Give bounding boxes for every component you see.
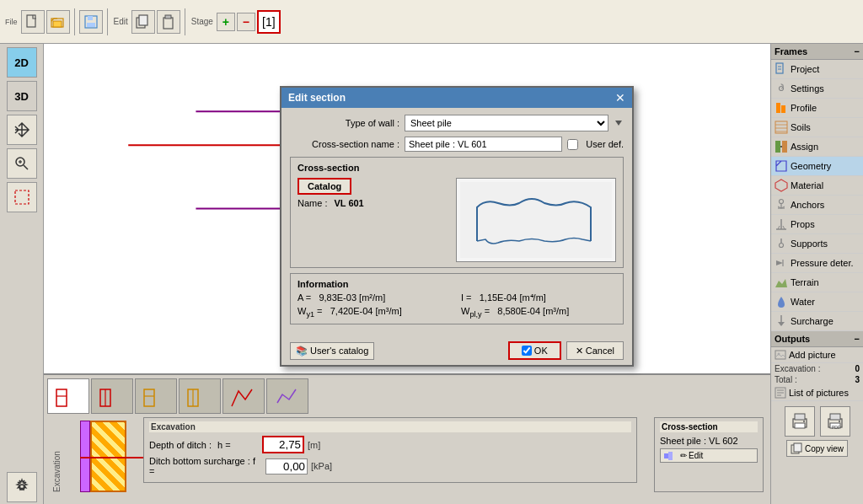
type-row: Type of wall : Sheet pile xyxy=(290,115,624,131)
dialog-close-button[interactable]: ✕ xyxy=(615,91,625,105)
project-label: Project xyxy=(791,64,819,74)
dialog-title-text: Edit section xyxy=(288,92,346,104)
ok-button[interactable]: OK xyxy=(508,341,561,360)
printer-icon-2: PDF xyxy=(826,412,844,431)
material-icon xyxy=(775,179,788,192)
sidebar-item-props[interactable]: Props xyxy=(771,215,863,234)
list-pictures-button[interactable]: List of pictures xyxy=(771,385,863,401)
move-tool-button[interactable] xyxy=(7,115,37,145)
dialog-footer: 📚 User's catalog OK ✕ Cancel xyxy=(281,336,632,365)
cs-name-row: Cross-section name : User def. xyxy=(290,137,624,152)
save-button[interactable] xyxy=(79,10,103,34)
select-tool-button[interactable] xyxy=(7,182,37,212)
terrain-icon xyxy=(775,276,788,289)
name-row: Name : VL 601 xyxy=(297,198,449,208)
info-I: I = 1,15E-04 [m⁴/m] xyxy=(461,292,616,303)
stage-plus-button[interactable]: + xyxy=(217,13,235,31)
sidebar-item-material[interactable]: Material xyxy=(771,176,863,196)
sidebar-item-soils[interactable]: Soils xyxy=(771,118,863,137)
svg-point-87 xyxy=(780,244,784,248)
pressure-icon xyxy=(775,256,788,270)
cs-left-panel: Catalog Name : VL 601 xyxy=(297,178,449,208)
settings-tool-button[interactable] xyxy=(7,472,37,502)
total-out-label: Total : xyxy=(775,375,797,384)
sidebar-item-water[interactable]: Water xyxy=(771,292,863,312)
svg-rect-7 xyxy=(139,15,147,25)
svg-marker-90 xyxy=(775,279,787,287)
sidebar-item-terrain[interactable]: Terrain xyxy=(771,273,863,292)
total-out-val: 3 xyxy=(855,375,860,384)
svg-rect-73 xyxy=(775,141,780,153)
svg-point-106 xyxy=(839,421,840,422)
cs-name-input[interactable] xyxy=(405,137,562,152)
excavation-out-row: Excavation : 0 xyxy=(771,363,863,374)
zoom-tool-button[interactable] xyxy=(7,148,37,179)
sidebar-item-supports[interactable]: Supports xyxy=(771,234,863,254)
right-sidebar: Frames − Project Settings Profile Soils … xyxy=(770,44,863,504)
print-button-2[interactable]: PDF xyxy=(820,406,850,437)
stage-number: [1] xyxy=(262,15,276,29)
frames-title: Frames xyxy=(775,46,807,56)
svg-rect-93 xyxy=(775,351,785,359)
svg-text:PDF: PDF xyxy=(832,425,840,430)
cancel-icon: ✕ xyxy=(576,346,583,357)
add-picture-label: Add picture xyxy=(789,350,836,360)
outputs-title: Outputs xyxy=(775,334,810,344)
outputs-section-header: Outputs − xyxy=(771,331,863,347)
anchors-label: Anchors xyxy=(791,200,824,210)
sidebar-item-surcharge[interactable]: Surcharge xyxy=(771,312,863,331)
frames-minus[interactable]: − xyxy=(855,46,860,56)
dialog-title-bar: Edit section ✕ xyxy=(281,88,632,108)
stage-number-button[interactable]: [1] xyxy=(257,10,281,34)
ok-checkbox xyxy=(522,346,532,356)
copy-view-button[interactable]: Copy view xyxy=(786,440,848,457)
excavation-out-label: Excavation : xyxy=(775,364,820,373)
users-catalog-button[interactable]: 📚 User's catalog xyxy=(290,342,374,360)
copy-button[interactable] xyxy=(131,10,155,34)
user-def-label: User def. xyxy=(586,139,624,149)
svg-rect-8 xyxy=(163,18,173,29)
add-picture-button[interactable]: Add picture xyxy=(771,347,863,363)
settings-icon xyxy=(775,82,788,95)
catalog-button[interactable]: Catalog xyxy=(297,178,351,195)
new-button[interactable] xyxy=(21,10,45,34)
print-button-1[interactable] xyxy=(785,406,815,437)
printer-icon-1 xyxy=(791,412,809,431)
water-icon xyxy=(775,295,788,308)
open-button[interactable] xyxy=(46,10,70,34)
soils-label: Soils xyxy=(791,122,811,132)
sidebar-item-pressure[interactable]: Pressure deter. xyxy=(771,254,863,273)
user-def-checkbox[interactable] xyxy=(567,139,578,150)
svg-marker-92 xyxy=(778,322,785,326)
cs-name-label: Cross-section name : xyxy=(290,139,399,149)
sidebar-item-settings[interactable]: Settings xyxy=(771,79,863,99)
view-2d-button[interactable]: 2D xyxy=(7,47,37,78)
supports-icon xyxy=(775,237,788,250)
svg-marker-61 xyxy=(615,121,622,126)
sidebar-item-project[interactable]: Project xyxy=(771,60,863,79)
assign-icon xyxy=(775,140,788,153)
type-dropdown-icon xyxy=(614,118,624,128)
add-picture-icon xyxy=(775,349,786,361)
canvas-area: 2,75 xyxy=(44,44,770,504)
file-menu-label[interactable]: File xyxy=(3,17,19,27)
svg-rect-4 xyxy=(88,16,93,20)
excavation-out-val: 0 xyxy=(855,364,860,373)
stage-label: Stage xyxy=(190,17,215,26)
sidebar-item-assign[interactable]: Assign xyxy=(771,137,863,157)
sidebar-item-anchors[interactable]: Anchors xyxy=(771,196,863,215)
water-label: Water xyxy=(791,297,815,307)
sidebar-item-geometry[interactable]: Geometry xyxy=(771,157,863,176)
view-3d-button[interactable]: 3D xyxy=(7,81,37,111)
outputs-minus[interactable]: − xyxy=(855,334,860,344)
svg-rect-0 xyxy=(27,15,35,27)
print-buttons: PDF Copy view xyxy=(771,401,863,462)
paste-button[interactable] xyxy=(157,10,180,34)
left-sidebar: 2D 3D xyxy=(0,44,44,504)
sidebar-item-profile[interactable]: Profile xyxy=(771,99,863,118)
stage-minus-button[interactable]: − xyxy=(237,13,255,31)
type-select[interactable]: Sheet pile xyxy=(405,115,608,131)
information-title: Information xyxy=(297,279,616,289)
cancel-button[interactable]: ✕ Cancel xyxy=(566,341,624,360)
material-label: Material xyxy=(791,180,823,190)
